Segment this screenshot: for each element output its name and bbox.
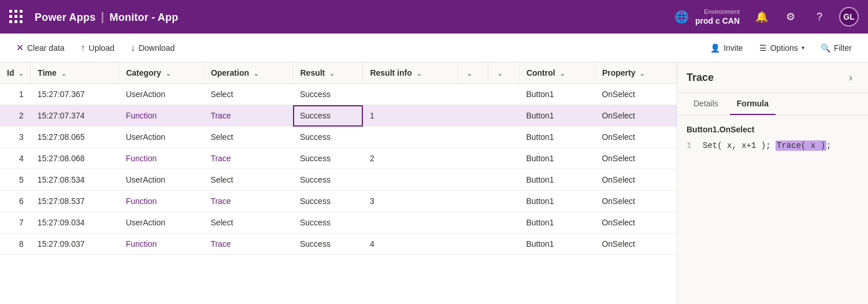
table-row[interactable]: 115:27:07.367UserActionSelectSuccessButt… <box>0 84 677 105</box>
cell-id: 1 <box>0 84 31 105</box>
cell-result: Success <box>293 212 363 233</box>
col-control[interactable]: Control ⌄ <box>519 62 595 84</box>
col-id[interactable]: Id ⌄ <box>0 62 31 84</box>
cell-extra1 <box>457 169 488 191</box>
col-time[interactable]: Time ⌄ <box>31 62 119 84</box>
globe-icon[interactable]: 🌐 <box>672 8 691 26</box>
cell-extra1 <box>457 84 488 105</box>
upload-icon: ↑ <box>81 43 86 53</box>
formula-label: Button1.OnSelect <box>687 125 859 134</box>
panel-tabs: Details Formula <box>677 93 868 116</box>
cell-extra1 <box>457 148 488 169</box>
cell-id: 7 <box>0 212 31 233</box>
col-extra1[interactable]: ⌄ <box>457 62 488 84</box>
cell-id: 3 <box>0 127 31 148</box>
table-row[interactable]: 315:27:08.065UserActionSelectSuccessButt… <box>0 127 677 148</box>
cell-property: OnSelect <box>595 212 677 233</box>
cell-extra2 <box>488 233 519 255</box>
cell-property: OnSelect <box>595 127 677 148</box>
cell-category: Function <box>119 233 204 255</box>
monitor-table: Id ⌄ Time ⌄ Category ⌄ Operation ⌄ Resul… <box>0 62 677 255</box>
col-category[interactable]: Category ⌄ <box>119 62 204 84</box>
cell-extra1 <box>457 105 488 127</box>
formula-code: 1 Set( x, x+1 ); Trace( x ); <box>687 141 859 150</box>
app-title: Power Apps | Monitor - App <box>35 10 178 24</box>
cell-control: Button1 <box>519 127 595 148</box>
table-row[interactable]: 615:27:08.537FunctionTraceSuccess3Button… <box>0 191 677 212</box>
cell-id: 5 <box>0 169 31 191</box>
cell-control: Button1 <box>519 212 595 233</box>
table-area: Id ⌄ Time ⌄ Category ⌄ Operation ⌄ Resul… <box>0 62 677 304</box>
cell-time: 15:27:07.367 <box>31 84 119 105</box>
avatar[interactable]: GL <box>839 7 859 27</box>
tab-details[interactable]: Details <box>687 93 725 115</box>
cell-result: Success <box>293 127 363 148</box>
cell-id: 6 <box>0 191 31 212</box>
help-icon[interactable]: ? <box>810 8 829 26</box>
cell-control: Button1 <box>519 84 595 105</box>
col-property[interactable]: Property ⌄ <box>595 62 677 84</box>
cell-operation: Select <box>203 84 293 105</box>
download-button[interactable]: ↓ Download <box>124 39 181 57</box>
cell-time: 15:27:07.374 <box>31 105 119 127</box>
col-extra2[interactable]: ⌄ <box>488 62 519 84</box>
cell-time: 15:27:08.534 <box>31 169 119 191</box>
toolbar: ✕ Clear data ↑ Upload ↓ Download 👤 Invit… <box>0 34 868 62</box>
cell-time: 15:27:08.068 <box>31 148 119 169</box>
cell-result: Success <box>293 233 363 255</box>
cell-category: Function <box>119 105 204 127</box>
panel-close-button[interactable]: › <box>843 69 859 86</box>
app-grid-icon[interactable] <box>9 10 23 24</box>
code-highlighted: Trace( x ) <box>776 140 826 151</box>
invite-button[interactable]: 👤 Invite <box>703 40 750 56</box>
col-result-info[interactable]: Result info ⌄ <box>363 62 458 84</box>
cell-extra2 <box>488 84 519 105</box>
cell-extra1 <box>457 191 488 212</box>
cell-operation: Select <box>203 127 293 148</box>
filter-button[interactable]: 🔍 Filter <box>814 40 859 56</box>
cell-result-info: 4 <box>363 233 458 255</box>
cell-operation: Select <box>203 212 293 233</box>
notification-icon[interactable]: 🔔 <box>752 8 771 26</box>
settings-icon[interactable]: ⚙ <box>781 8 800 26</box>
panel-header: Trace › <box>677 62 868 93</box>
invite-icon: 👤 <box>710 43 720 53</box>
cell-operation: Trace <box>203 233 293 255</box>
tab-formula[interactable]: Formula <box>730 93 776 115</box>
clear-data-button[interactable]: ✕ Clear data <box>9 39 72 57</box>
cell-extra1 <box>457 233 488 255</box>
cell-extra2 <box>488 169 519 191</box>
main-content: Id ⌄ Time ⌄ Category ⌄ Operation ⌄ Resul… <box>0 62 868 304</box>
cell-id: 4 <box>0 148 31 169</box>
cell-result-info <box>363 212 458 233</box>
cell-result-info <box>363 84 458 105</box>
options-button[interactable]: ☰ Options ▾ <box>752 40 811 56</box>
cell-operation: Select <box>203 169 293 191</box>
chevron-down-icon: ▾ <box>802 45 804 51</box>
cell-extra2 <box>488 105 519 127</box>
cell-category: Function <box>119 148 204 169</box>
clear-data-icon: ✕ <box>16 42 24 53</box>
col-result[interactable]: Result ⌄ <box>293 62 363 84</box>
options-icon: ☰ <box>759 43 767 53</box>
cell-category: Function <box>119 191 204 212</box>
cell-time: 15:27:08.537 <box>31 191 119 212</box>
cell-operation: Trace <box>203 105 293 127</box>
right-panel: Trace › Details Formula Button1.OnSelect… <box>677 62 868 304</box>
table-row[interactable]: 815:27:09.037FunctionTraceSuccess4Button… <box>0 233 677 255</box>
table-row[interactable]: 515:27:08.534UserActionSelectSuccessButt… <box>0 169 677 191</box>
table-row[interactable]: 715:27:09.034UserActionSelectSuccessButt… <box>0 212 677 233</box>
cell-extra1 <box>457 212 488 233</box>
code-content: Set( x, x+1 ); Trace( x ); <box>703 141 831 150</box>
environment-block: Environment prod c CAN <box>695 8 740 26</box>
topbar: Power Apps | Monitor - App 🌐 Environment… <box>0 0 868 34</box>
cell-control: Button1 <box>519 233 595 255</box>
cell-result: Success <box>293 84 363 105</box>
cell-extra2 <box>488 212 519 233</box>
cell-control: Button1 <box>519 148 595 169</box>
toolbar-right-actions: 👤 Invite ☰ Options ▾ 🔍 Filter <box>703 40 859 56</box>
table-row[interactable]: 215:27:07.374FunctionTraceSuccess1Button… <box>0 105 677 127</box>
upload-button[interactable]: ↑ Upload <box>74 39 121 57</box>
table-row[interactable]: 415:27:08.068FunctionTraceSuccess2Button… <box>0 148 677 169</box>
col-operation[interactable]: Operation ⌄ <box>203 62 293 84</box>
